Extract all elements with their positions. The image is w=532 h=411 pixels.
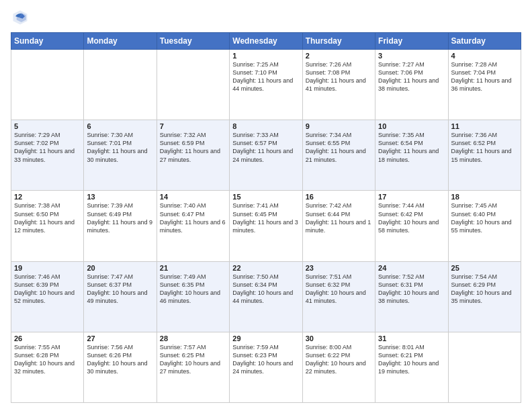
day-number: 23 — [306, 264, 372, 272]
day-number: 19 — [14, 264, 81, 272]
cell-details: Sunrise: 7:34 AMSunset: 6:55 PMDaylight:… — [306, 131, 372, 164]
calendar-cell: 25Sunrise: 7:54 AMSunset: 6:29 PMDayligh… — [448, 261, 521, 332]
weekday-header: Monday — [84, 33, 157, 50]
day-number: 7 — [160, 122, 226, 130]
logo — [11, 8, 32, 27]
calendar-cell: 21Sunrise: 7:49 AMSunset: 6:35 PMDayligh… — [157, 261, 229, 332]
calendar-cell: 8Sunrise: 7:33 AMSunset: 6:57 PMDaylight… — [230, 120, 302, 191]
cell-details: Sunrise: 7:38 AMSunset: 6:50 PMDaylight:… — [14, 201, 81, 234]
page: SundayMondayTuesdayWednesdayThursdayFrid… — [0, 0, 532, 411]
calendar-cell: 1Sunrise: 7:25 AMSunset: 7:10 PMDaylight… — [230, 50, 302, 120]
day-number: 15 — [232, 193, 299, 201]
calendar-cell: 18Sunrise: 7:45 AMSunset: 6:40 PMDayligh… — [448, 191, 521, 261]
cell-details: Sunrise: 7:35 AMSunset: 6:54 PMDaylight:… — [378, 131, 445, 164]
logo-icon — [11, 8, 30, 27]
cell-details: Sunrise: 7:54 AMSunset: 6:29 PMDaylight:… — [451, 273, 518, 306]
cell-details: Sunrise: 7:25 AMSunset: 7:10 PMDaylight:… — [232, 60, 299, 93]
calendar-cell: 3Sunrise: 7:27 AMSunset: 7:06 PMDaylight… — [375, 50, 448, 120]
calendar-cell — [448, 332, 521, 402]
cell-details: Sunrise: 7:56 AMSunset: 6:26 PMDaylight:… — [87, 343, 153, 376]
cell-details: Sunrise: 7:33 AMSunset: 6:57 PMDaylight:… — [232, 131, 299, 164]
calendar-week: 19Sunrise: 7:46 AMSunset: 6:39 PMDayligh… — [11, 261, 521, 332]
weekday-header: Sunday — [11, 33, 84, 50]
day-number: 30 — [306, 334, 372, 342]
day-number: 4 — [451, 52, 518, 60]
day-number: 24 — [378, 264, 445, 272]
day-number: 17 — [378, 193, 445, 201]
day-number: 25 — [451, 264, 518, 272]
cell-details: Sunrise: 7:44 AMSunset: 6:42 PMDaylight:… — [378, 201, 445, 234]
day-number: 21 — [160, 264, 226, 272]
header — [11, 8, 521, 27]
day-number: 10 — [378, 122, 445, 130]
calendar-cell: 30Sunrise: 8:00 AMSunset: 6:22 PMDayligh… — [302, 332, 375, 402]
calendar-cell — [84, 50, 157, 120]
weekday-header: Wednesday — [230, 33, 302, 50]
calendar-cell: 11Sunrise: 7:36 AMSunset: 6:52 PMDayligh… — [448, 120, 521, 191]
day-number: 8 — [232, 122, 299, 130]
calendar-cell: 7Sunrise: 7:32 AMSunset: 6:59 PMDaylight… — [157, 120, 229, 191]
calendar-cell: 20Sunrise: 7:47 AMSunset: 6:37 PMDayligh… — [84, 261, 157, 332]
calendar-week: 26Sunrise: 7:55 AMSunset: 6:28 PMDayligh… — [11, 332, 521, 402]
cell-details: Sunrise: 7:28 AMSunset: 7:04 PMDaylight:… — [451, 60, 518, 93]
calendar-cell — [157, 50, 229, 120]
cell-details: Sunrise: 8:00 AMSunset: 6:22 PMDaylight:… — [306, 343, 372, 376]
calendar-week: 5Sunrise: 7:29 AMSunset: 7:02 PMDaylight… — [11, 120, 521, 191]
calendar-cell: 9Sunrise: 7:34 AMSunset: 6:55 PMDaylight… — [302, 120, 375, 191]
day-number: 22 — [232, 264, 299, 272]
cell-details: Sunrise: 7:40 AMSunset: 6:47 PMDaylight:… — [160, 201, 226, 234]
day-number: 9 — [306, 122, 372, 130]
cell-details: Sunrise: 7:41 AMSunset: 6:45 PMDaylight:… — [232, 201, 299, 234]
day-number: 27 — [87, 334, 153, 342]
calendar-cell: 6Sunrise: 7:30 AMSunset: 7:01 PMDaylight… — [84, 120, 157, 191]
cell-details: Sunrise: 7:42 AMSunset: 6:44 PMDaylight:… — [306, 201, 372, 234]
calendar-cell: 12Sunrise: 7:38 AMSunset: 6:50 PMDayligh… — [11, 191, 84, 261]
cell-details: Sunrise: 7:36 AMSunset: 6:52 PMDaylight:… — [451, 131, 518, 164]
calendar-cell: 17Sunrise: 7:44 AMSunset: 6:42 PMDayligh… — [375, 191, 448, 261]
day-number: 20 — [87, 264, 153, 272]
cell-details: Sunrise: 7:26 AMSunset: 7:08 PMDaylight:… — [306, 60, 372, 93]
cell-details: Sunrise: 7:29 AMSunset: 7:02 PMDaylight:… — [14, 131, 81, 164]
calendar-cell: 28Sunrise: 7:57 AMSunset: 6:25 PMDayligh… — [157, 332, 229, 402]
cell-details: Sunrise: 7:47 AMSunset: 6:37 PMDaylight:… — [87, 273, 153, 306]
day-number: 1 — [232, 52, 299, 60]
calendar-cell: 26Sunrise: 7:55 AMSunset: 6:28 PMDayligh… — [11, 332, 84, 402]
weekday-header: Friday — [375, 33, 448, 50]
cell-details: Sunrise: 7:30 AMSunset: 7:01 PMDaylight:… — [87, 131, 153, 164]
header-row: SundayMondayTuesdayWednesdayThursdayFrid… — [11, 33, 521, 50]
cell-details: Sunrise: 7:32 AMSunset: 6:59 PMDaylight:… — [160, 131, 226, 164]
day-number: 2 — [306, 52, 372, 60]
calendar-cell: 13Sunrise: 7:39 AMSunset: 6:49 PMDayligh… — [84, 191, 157, 261]
calendar-cell: 31Sunrise: 8:01 AMSunset: 6:21 PMDayligh… — [375, 332, 448, 402]
cell-details: Sunrise: 7:39 AMSunset: 6:49 PMDaylight:… — [87, 201, 153, 234]
day-number: 29 — [232, 334, 299, 342]
day-number: 28 — [160, 334, 226, 342]
day-number: 3 — [378, 52, 445, 60]
day-number: 11 — [451, 122, 518, 130]
day-number: 18 — [451, 193, 518, 201]
cell-details: Sunrise: 7:45 AMSunset: 6:40 PMDaylight:… — [451, 201, 518, 234]
day-number: 31 — [378, 334, 445, 342]
cell-details: Sunrise: 7:46 AMSunset: 6:39 PMDaylight:… — [14, 273, 81, 306]
calendar-week: 12Sunrise: 7:38 AMSunset: 6:50 PMDayligh… — [11, 191, 521, 261]
day-number: 6 — [87, 122, 153, 130]
calendar-cell: 19Sunrise: 7:46 AMSunset: 6:39 PMDayligh… — [11, 261, 84, 332]
weekday-header: Thursday — [302, 33, 375, 50]
calendar-cell: 27Sunrise: 7:56 AMSunset: 6:26 PMDayligh… — [84, 332, 157, 402]
weekday-header: Tuesday — [157, 33, 229, 50]
calendar-cell: 5Sunrise: 7:29 AMSunset: 7:02 PMDaylight… — [11, 120, 84, 191]
day-number: 13 — [87, 193, 153, 201]
calendar-cell: 14Sunrise: 7:40 AMSunset: 6:47 PMDayligh… — [157, 191, 229, 261]
calendar-cell: 10Sunrise: 7:35 AMSunset: 6:54 PMDayligh… — [375, 120, 448, 191]
day-number: 16 — [306, 193, 372, 201]
day-number: 12 — [14, 193, 81, 201]
calendar-cell — [11, 50, 84, 120]
cell-details: Sunrise: 7:51 AMSunset: 6:32 PMDaylight:… — [306, 273, 372, 306]
cell-details: Sunrise: 7:27 AMSunset: 7:06 PMDaylight:… — [378, 60, 445, 93]
calendar-cell: 16Sunrise: 7:42 AMSunset: 6:44 PMDayligh… — [302, 191, 375, 261]
calendar-week: 1Sunrise: 7:25 AMSunset: 7:10 PMDaylight… — [11, 50, 521, 120]
day-number: 26 — [14, 334, 81, 342]
cell-details: Sunrise: 7:50 AMSunset: 6:34 PMDaylight:… — [232, 273, 299, 306]
cell-details: Sunrise: 7:59 AMSunset: 6:23 PMDaylight:… — [232, 343, 299, 376]
calendar-cell: 15Sunrise: 7:41 AMSunset: 6:45 PMDayligh… — [230, 191, 302, 261]
